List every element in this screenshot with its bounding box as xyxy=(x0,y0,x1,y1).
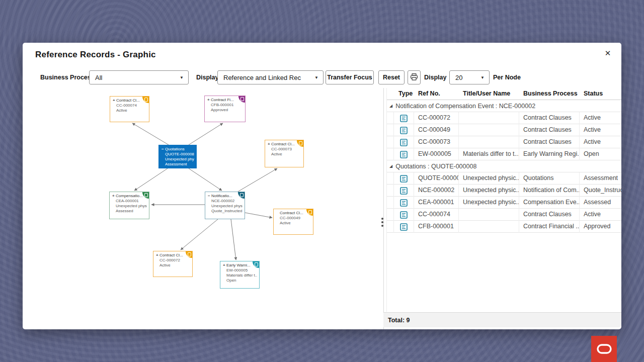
pane-divider xyxy=(383,88,384,329)
record-type-icon xyxy=(394,172,414,185)
graph-node-cc-000049[interactable]: Contract Cl... CC-000049 Active xyxy=(273,209,313,235)
chevron-down-icon: ▼ xyxy=(180,75,184,80)
cell-bp: Contract Clauses xyxy=(519,112,580,124)
graph-node-cea-000001[interactable]: +Compensatio... CEA-000001 Unexpected ph… xyxy=(109,192,149,219)
graph-node-cc-000074[interactable]: +Contract Cl... CC-000074 Active xyxy=(110,96,149,122)
cell-bp: Early Warning Regi... xyxy=(519,148,580,160)
record-type-icon xyxy=(394,124,414,136)
per-node-label: Per Node xyxy=(493,74,521,81)
transfer-focus-button[interactable]: Transfer Focus xyxy=(326,70,374,84)
table-row[interactable]: CC-000072 Contract Clauses Active xyxy=(387,112,621,124)
cell-status: Active xyxy=(580,124,621,136)
cell-ref: EW-000005 xyxy=(414,148,459,160)
table-row[interactable]: CC-000074 Contract Clauses Active xyxy=(387,209,621,221)
node-desc: Unexpected physica xyxy=(162,157,194,162)
group-label: Notification of Compensation Event : NCE… xyxy=(395,103,535,110)
expand-icon[interactable]: + xyxy=(113,98,116,103)
table-header-row: Type Ref No. Title/User Name Business Pr… xyxy=(387,88,621,100)
cell-bp: Compensation Eve... xyxy=(519,197,580,209)
table-row[interactable]: NCE-000002 Unexpected physic... Notifica… xyxy=(387,185,621,197)
cell-status: Approved xyxy=(580,221,621,233)
node-ref: CC-000072 xyxy=(156,258,190,263)
record-type-icon xyxy=(394,185,414,197)
display-label: Display xyxy=(196,74,218,81)
display-mode-select[interactable]: Reference and Linked Rec ▼ xyxy=(217,70,324,84)
cell-title: Unexpected physic... xyxy=(459,172,519,185)
table-row[interactable]: CEA-000001 Unexpected physic... Compensa… xyxy=(387,197,621,209)
graph-node-cc-000073[interactable]: +Contract Cl... CC-000073 Active xyxy=(265,140,304,167)
expand-icon[interactable]: + xyxy=(223,263,226,268)
node-status: Active xyxy=(113,108,147,113)
node-status: Approved xyxy=(207,108,243,113)
cell-status: Active xyxy=(580,136,621,148)
expand-icon[interactable]: + xyxy=(112,194,116,199)
per-node-count-value: 20 xyxy=(455,74,462,81)
node-title: Notificatio... xyxy=(211,194,232,198)
cell-ref: CC-000074 xyxy=(414,209,459,221)
group-row-quote[interactable]: ◢ Quotations : QUOTE-000008 xyxy=(387,160,621,172)
business-process-label: Business Process xyxy=(40,74,95,81)
node-ref: CC-000074 xyxy=(113,103,147,108)
expand-icon[interactable]: + xyxy=(156,253,159,258)
graph-node-quote-000008-focus[interactable]: −Quotations QUOTE-000008 Unexpected phys… xyxy=(158,145,197,168)
cell-title: Materials differ to t... xyxy=(459,148,519,160)
reference-records-table: Type Ref No. Title/User Name Business Pr… xyxy=(386,88,621,312)
cell-ref: CC-000072 xyxy=(414,112,459,124)
table-row[interactable]: EW-000005 Materials differ to t... Early… xyxy=(387,148,621,160)
collapse-icon[interactable]: − xyxy=(208,194,211,199)
cell-bp: Notification of Com... xyxy=(519,185,580,197)
cell-title xyxy=(459,221,519,233)
chevron-down-icon: ▼ xyxy=(480,75,485,80)
display-mode-value: Reference and Linked Rec xyxy=(223,74,301,81)
chevron-down-icon: ▼ xyxy=(314,75,318,80)
graph-node-cfb-000001[interactable]: +Contract Fi... CFB-000001 Approved xyxy=(204,96,246,122)
cell-ref: NCE-000002 xyxy=(414,185,459,197)
record-type-icon xyxy=(394,221,414,233)
business-process-value: All xyxy=(95,74,102,81)
cell-bp: Contract Clauses xyxy=(519,209,580,221)
table-row[interactable]: CC-000073 Contract Clauses Active xyxy=(387,136,621,148)
cell-status: Active xyxy=(580,209,621,221)
col-header-title: Title/User Name xyxy=(459,88,519,100)
node-title: Quotations xyxy=(165,147,185,151)
col-header-status: Status xyxy=(580,88,621,100)
splitter-drag-handle[interactable] xyxy=(381,218,383,227)
oracle-logo xyxy=(591,336,617,362)
group-label: Quotations : QUOTE-000008 xyxy=(395,163,476,170)
cell-title: Unexpected physic... xyxy=(459,197,519,209)
cell-title: Unexpected physic... xyxy=(459,185,519,197)
cell-status: Active xyxy=(580,112,621,124)
node-status: Quote_Instructed xyxy=(208,209,243,214)
per-node-count-select[interactable]: 20 ▼ xyxy=(449,70,490,84)
collapse-triangle-icon[interactable]: ◢ xyxy=(389,164,392,168)
close-icon[interactable]: ✕ xyxy=(602,48,613,59)
cell-ref: CC-000073 xyxy=(414,136,459,148)
graph-node-nce-000002[interactable]: −Notificatio... NCE-000002 Unexpected ph… xyxy=(205,192,245,219)
node-title: Contract Fi... xyxy=(211,98,234,102)
print-button[interactable] xyxy=(408,70,421,84)
oracle-ring-icon xyxy=(596,342,613,355)
expand-icon[interactable]: + xyxy=(207,98,211,103)
node-desc: Unexpected physica... xyxy=(208,204,243,209)
table-row[interactable]: CC-000049 Contract Clauses Active xyxy=(387,124,621,136)
graph-node-cc-000072[interactable]: +Contract Cl... CC-000072 Active xyxy=(153,251,193,277)
graph-node-ew-000005[interactable]: +Early Warni... EW-000005 Materials diff… xyxy=(220,261,260,289)
business-process-select[interactable]: All ▼ xyxy=(89,70,189,84)
graph-edges xyxy=(23,88,383,329)
cell-bp: Contract Clauses xyxy=(519,124,580,136)
collapse-icon[interactable]: − xyxy=(162,147,165,152)
expand-icon[interactable]: + xyxy=(268,142,271,147)
group-row-nce[interactable]: ◢ Notification of Compensation Event : N… xyxy=(387,100,621,112)
table-row[interactable]: CFB-000001 Contract Financial ... Approv… xyxy=(387,221,621,233)
cell-ref: QUOTE-000008 xyxy=(414,172,459,185)
record-type-icon xyxy=(394,197,414,209)
cell-title xyxy=(459,209,519,221)
cell-bp: Contract Clauses xyxy=(519,136,580,148)
cell-bp: Quotations xyxy=(519,172,580,185)
node-title: Early Warni... xyxy=(226,263,251,267)
reset-button[interactable]: Reset xyxy=(378,70,405,84)
node-status: Active xyxy=(276,221,311,226)
collapse-triangle-icon[interactable]: ◢ xyxy=(389,104,392,108)
cell-status: Quote_Instructed xyxy=(580,185,621,197)
table-row[interactable]: QUOTE-000008 Unexpected physic... Quotat… xyxy=(387,172,621,185)
